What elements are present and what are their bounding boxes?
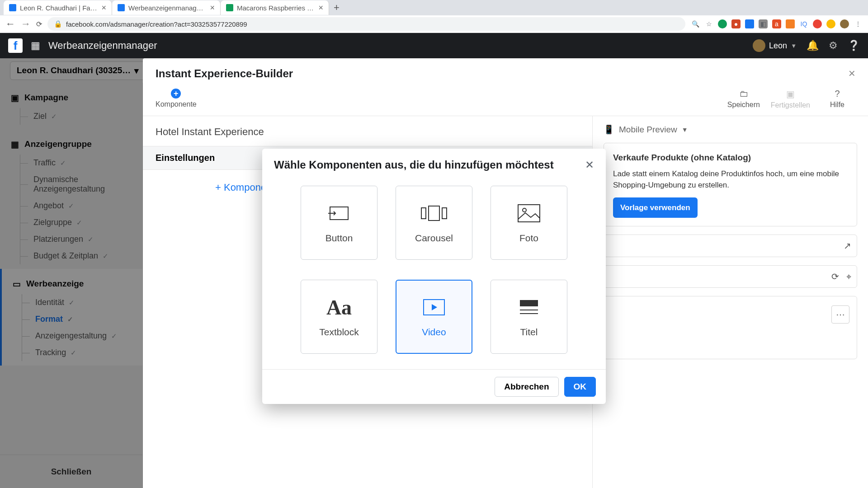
browser-tab-1[interactable]: Leon R. Chaudhari | Facebook × — [4, 0, 112, 15]
favicon-sheets-icon — [226, 4, 233, 11]
svg-rect-1 — [421, 208, 426, 219]
browser-tab-3[interactable]: Macarons Raspberries Pastrie × — [221, 0, 329, 15]
component-button[interactable]: Button — [301, 186, 377, 260]
close-icon[interactable]: × — [318, 3, 323, 13]
ext-icon[interactable] — [813, 19, 822, 28]
title-icon — [515, 296, 542, 319]
svg-rect-2 — [429, 206, 439, 221]
svg-rect-3 — [442, 208, 447, 219]
ext-icon[interactable]: a — [772, 19, 781, 28]
tab-title: Werbeanzeigenmanager - Cre — [128, 4, 206, 12]
extension-icons: 🔍 ☆ ● ◧ a IQ ⋮ — [691, 19, 863, 28]
app-topbar: f ▦ Werbeanzeigenmanager Leon ▼ 🔔 ⚙ ❔ — [0, 33, 868, 58]
close-icon[interactable]: × — [210, 3, 215, 13]
avatar-icon — [753, 39, 765, 52]
reload-button[interactable]: ⟳ — [36, 20, 42, 28]
component-foto[interactable]: Foto — [491, 186, 567, 260]
component-carousel[interactable]: Carousel — [396, 186, 472, 260]
ext-icon[interactable] — [745, 19, 754, 28]
back-button[interactable]: ← — [5, 18, 15, 30]
browser-chrome: Leon R. Chaudhari | Facebook × Werbeanze… — [0, 0, 868, 33]
address-bar: ← → ⟳ 🔒 facebook.com/adsmanager/creation… — [0, 15, 868, 33]
forward-button[interactable]: → — [21, 18, 31, 30]
close-icon[interactable]: ✕ — [585, 159, 594, 171]
user-menu[interactable]: Leon ▼ — [753, 39, 797, 52]
user-name: Leon — [769, 41, 787, 51]
component-picker-modal: Wähle Komponenten aus, die du hinzufügen… — [262, 149, 606, 404]
textblock-icon: Aa — [326, 296, 353, 319]
tab-title: Macarons Raspberries Pastrie — [237, 4, 315, 12]
ext-icon[interactable] — [826, 19, 835, 28]
tab-title: Leon R. Chaudhari | Facebook — [20, 4, 98, 12]
ext-icon[interactable]: ◧ — [759, 19, 768, 28]
star-icon[interactable]: ☆ — [704, 19, 713, 28]
tab-strip: Leon R. Chaudhari | Facebook × Werbeanze… — [0, 0, 868, 15]
svg-rect-4 — [518, 205, 540, 222]
video-icon — [420, 296, 448, 319]
facebook-logo-icon[interactable]: f — [8, 38, 23, 53]
component-titel[interactable]: Titel — [491, 280, 567, 354]
component-video[interactable]: Video — [396, 280, 472, 354]
ok-button[interactable]: OK — [564, 377, 596, 397]
app-grid-icon[interactable]: ▦ — [31, 40, 40, 52]
chevron-down-icon: ▼ — [791, 42, 797, 49]
cancel-button[interactable]: Abbrechen — [495, 377, 558, 397]
ext-icon[interactable]: IQ — [799, 19, 808, 28]
ext-icon[interactable] — [718, 19, 727, 28]
topbar-title: Werbeanzeigenmanager — [48, 40, 745, 52]
page-body: Leon R. Chaudhari (30325… ▾ Zu Quick Cre… — [0, 58, 868, 488]
menu-icon[interactable]: ⋮ — [854, 19, 863, 28]
browser-tab-2[interactable]: Werbeanzeigenmanager - Cre × — [112, 0, 221, 15]
svg-rect-7 — [520, 300, 538, 306]
close-icon[interactable]: × — [101, 3, 106, 13]
modal-backdrop: Wähle Komponenten aus, die du hinzufügen… — [0, 58, 868, 488]
bell-icon[interactable]: 🔔 — [807, 40, 819, 52]
modal-title: Wähle Komponenten aus, die du hinzufügen… — [274, 159, 585, 171]
svg-point-5 — [523, 208, 526, 212]
help-icon[interactable]: ❔ — [848, 40, 860, 52]
button-icon — [326, 202, 353, 225]
new-tab-button[interactable]: + — [329, 2, 344, 14]
gear-icon[interactable]: ⚙ — [829, 40, 838, 52]
photo-icon — [515, 202, 542, 225]
lock-icon: 🔒 — [54, 20, 62, 28]
ext-icon[interactable]: ● — [731, 19, 741, 28]
ext-icon[interactable] — [786, 19, 795, 28]
component-textblock[interactable]: Aa Textblock — [301, 280, 377, 354]
url-field[interactable]: 🔒 facebook.com/adsmanager/creation?act=3… — [47, 17, 685, 31]
zoom-icon[interactable]: 🔍 — [691, 19, 700, 28]
carousel-icon — [420, 202, 448, 225]
avatar-icon[interactable] — [840, 19, 849, 28]
url-text: facebook.com/adsmanager/creation?act=303… — [66, 20, 247, 28]
favicon-facebook-icon — [9, 4, 16, 11]
favicon-facebook-icon — [118, 4, 125, 11]
